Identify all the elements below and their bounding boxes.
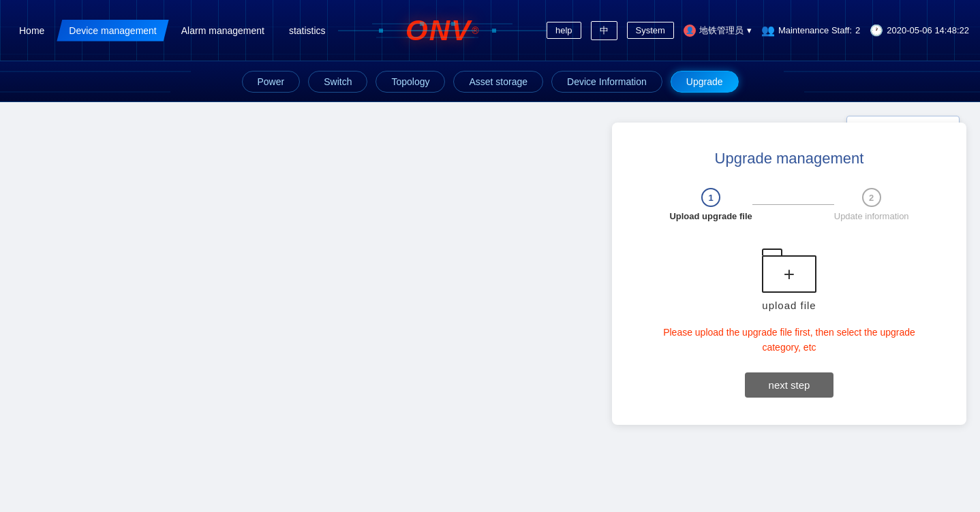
sub-tab-upgrade[interactable]: Upgrade (671, 71, 739, 93)
top-right: help 中 System 👤 地铁管理员 ▾ 👥 Maintenance St… (547, 21, 980, 40)
sub-nav: Power Switch Topology Asset storage Devi… (0, 61, 980, 102)
next-step-button[interactable]: next step (745, 372, 834, 398)
lang-button[interactable]: 中 (591, 21, 617, 40)
system-button[interactable]: System (627, 22, 674, 39)
card-title: Upgrade management (653, 150, 925, 167)
nav-tab-statistics[interactable]: statistics (277, 20, 338, 42)
nav-tab-alarm[interactable]: Alarm management (169, 20, 277, 42)
step-2-group: 2 Update information (834, 188, 909, 221)
nav-tab-device[interactable]: Device management (57, 20, 168, 42)
maintenance-label: Maintenance Staff: (778, 25, 852, 35)
sub-tab-device-info[interactable]: Device Information (551, 71, 662, 93)
dropdown-icon: ▾ (747, 25, 752, 35)
username: 地铁管理员 (699, 25, 744, 37)
maintenance-count: 2 (855, 25, 860, 35)
circuit-lines-right (376, 17, 547, 44)
clock-icon: 🕐 (870, 24, 883, 37)
step-2-label: Update information (834, 211, 909, 221)
sub-tab-power[interactable]: Power (242, 71, 301, 93)
step-1-label: Upload upgrade file (669, 211, 752, 221)
step-2-circle: 2 (862, 188, 881, 207)
user-info[interactable]: 👤 地铁管理员 ▾ (684, 25, 752, 37)
upload-label: upload file (762, 300, 816, 311)
sub-tab-topology[interactable]: Topology (376, 71, 445, 93)
nav-tab-home[interactable]: Home (7, 20, 57, 42)
maintenance-icon: 👥 (761, 24, 775, 37)
sub-tab-switch[interactable]: Switch (308, 71, 367, 93)
main-content: Power case upgrade Upgrade management 1 … (0, 102, 980, 512)
user-icon: 👤 (684, 25, 696, 37)
steps-container: 1 Upload upgrade file 2 Update informati… (653, 188, 925, 221)
plus-icon: + (784, 265, 795, 284)
svg-rect-9 (451, 22, 455, 26)
maintenance-info: 👥 Maintenance Staff: 2 (761, 24, 860, 37)
help-button[interactable]: help (547, 22, 581, 39)
folder-icon: + (762, 249, 816, 293)
error-message: Please upload the upgrade file first, th… (653, 325, 925, 355)
upload-area[interactable]: + upload file (653, 249, 925, 311)
step-1-circle: 1 (701, 188, 720, 207)
step-1-group: 1 Upload upgrade file (669, 188, 752, 221)
folder-tab (762, 249, 782, 255)
upgrade-card: Upgrade management 1 Upload upgrade file… (612, 123, 966, 425)
step-line (752, 204, 834, 205)
time-info: 🕐 2020-05-06 14:48:22 (870, 24, 969, 37)
main-nav: Home Device management Alarm management … (0, 20, 338, 42)
folder-body: + (762, 255, 816, 293)
logo-area: ONV® (338, 14, 547, 47)
header: Home Device management Alarm management … (0, 0, 980, 61)
datetime: 2020-05-06 14:48:22 (887, 25, 969, 35)
sub-tab-asset[interactable]: Asset storage (453, 71, 543, 93)
svg-rect-8 (492, 29, 496, 33)
